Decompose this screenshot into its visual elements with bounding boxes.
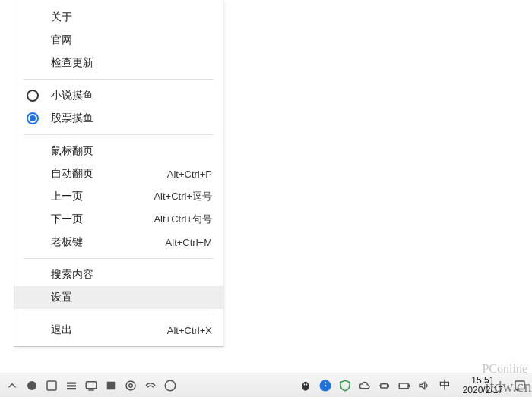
menu-shortcut: Alt+Ctrl+X [167, 325, 212, 336]
menu-separator [24, 314, 214, 314]
menu-label: 下一页 [51, 213, 154, 226]
ime-indicator[interactable]: 中 [436, 378, 454, 392]
svg-rect-14 [399, 383, 408, 389]
menu-check-update[interactable]: 检查更新 [14, 52, 223, 74]
menu-shortcut: Alt+Ctrl+句号 [154, 213, 212, 226]
taskbar: 中 15:51 2020/2/17 [0, 373, 532, 397]
notification-center-icon[interactable] [512, 378, 527, 393]
svg-rect-16 [515, 381, 524, 389]
clock-date: 2020/2/17 [463, 386, 503, 395]
bluetooth-icon[interactable] [318, 378, 333, 393]
menu-mode-stock[interactable]: 股票摸鱼 [14, 107, 223, 130]
tray-app-icon[interactable] [163, 378, 178, 393]
menu-shortcut: Alt+Ctrl+逗号 [154, 190, 212, 203]
svg-point-7 [165, 380, 176, 391]
tray-app-icon[interactable] [123, 378, 138, 393]
tray-app-icon[interactable] [64, 378, 79, 393]
menu-label: 官网 [51, 33, 212, 47]
onedrive-icon[interactable] [357, 378, 372, 393]
battery-icon[interactable] [397, 378, 412, 393]
svg-point-0 [27, 381, 36, 390]
qq-icon[interactable] [298, 378, 313, 393]
taskbar-left [5, 378, 178, 393]
svg-rect-1 [47, 381, 56, 390]
radio-icon [27, 90, 39, 102]
menu-search-content[interactable]: 搜索内容 [14, 263, 223, 286]
menu-auto-page[interactable]: 自动翻页 Alt+Ctrl+P [14, 162, 223, 185]
svg-rect-2 [86, 381, 97, 388]
svg-point-6 [129, 383, 133, 387]
svg-rect-13 [387, 385, 388, 386]
security-shield-icon[interactable] [337, 378, 353, 393]
menu-separator [24, 134, 214, 135]
tray-app-icon[interactable] [44, 378, 59, 393]
taskbar-clock[interactable]: 15:51 2020/2/17 [463, 376, 503, 395]
clock-time: 15:51 [471, 376, 494, 386]
power-icon[interactable] [377, 378, 392, 393]
menu-label: 搜索内容 [51, 268, 212, 282]
svg-rect-4 [107, 381, 116, 389]
menu-label: 退出 [51, 323, 167, 337]
menu-settings[interactable]: 设置 [14, 286, 223, 309]
menu-label: 检查更新 [51, 56, 212, 70]
menu-label: 老板键 [51, 235, 166, 249]
svg-rect-12 [380, 383, 387, 387]
menu-label: 设置 [51, 291, 212, 304]
svg-point-5 [126, 381, 135, 390]
svg-point-9 [303, 383, 305, 385]
menu-shortcut: Alt+Ctrl+M [166, 237, 212, 248]
tray-app-icon[interactable] [24, 378, 40, 393]
tray-context-menu: 关于 官网 检查更新 小说摸鱼 股票摸鱼 鼠标翻页 自动翻页 Alt+Ctrl+… [14, 0, 223, 347]
menu-mode-novel[interactable]: 小说摸鱼 [14, 84, 223, 107]
menu-official-site[interactable]: 官网 [14, 29, 223, 52]
menu-next-page[interactable]: 下一页 Alt+Ctrl+句号 [14, 208, 223, 231]
svg-point-10 [306, 383, 307, 385]
tray-up-arrow-icon[interactable] [5, 378, 20, 393]
menu-about[interactable]: 关于 [14, 6, 223, 29]
menu-prev-page[interactable]: 上一页 Alt+Ctrl+逗号 [14, 185, 223, 208]
menu-label: 小说摸鱼 [51, 89, 212, 102]
menu-shortcut: Alt+Ctrl+P [167, 169, 212, 180]
menu-label: 鼠标翻页 [51, 144, 212, 158]
menu-separator [24, 258, 214, 259]
menu-label: 自动翻页 [51, 167, 167, 181]
menu-exit[interactable]: 退出 Alt+Ctrl+X [14, 319, 223, 342]
taskbar-system-tray: 中 15:51 2020/2/17 [298, 376, 527, 395]
menu-label: 关于 [51, 11, 212, 24]
menu-mouse-page[interactable]: 鼠标翻页 [14, 140, 223, 162]
radio-selected-icon [27, 112, 39, 124]
menu-label: 上一页 [51, 190, 154, 203]
menu-label: 股票摸鱼 [51, 112, 212, 125]
tray-app-icon[interactable] [143, 378, 158, 393]
menu-separator [24, 79, 214, 80]
svg-point-8 [302, 381, 309, 390]
tray-app-icon[interactable] [84, 378, 99, 393]
tray-app-icon[interactable] [103, 378, 119, 393]
svg-rect-15 [408, 385, 410, 386]
menu-boss-key[interactable]: 老板键 Alt+Ctrl+M [14, 231, 223, 254]
volume-icon[interactable] [416, 378, 432, 393]
